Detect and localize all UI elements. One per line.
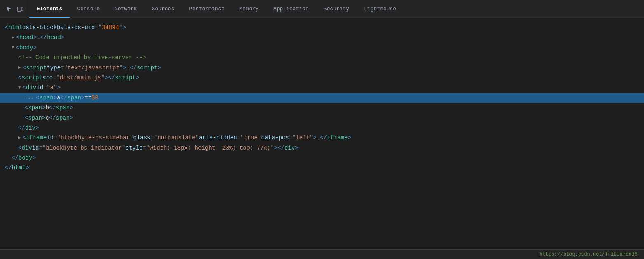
tab-performance[interactable]: Performance bbox=[182, 0, 232, 18]
tab-elements[interactable]: Elements bbox=[29, 0, 70, 18]
tab-memory[interactable]: Memory bbox=[232, 0, 266, 18]
div-a-open-line[interactable]: ▼ <div id="a" > bbox=[0, 83, 644, 92]
tab-security[interactable]: Security bbox=[316, 0, 357, 18]
tab-sources[interactable]: Sources bbox=[145, 0, 182, 18]
span-a-line[interactable]: ... <span>a</span> == $0 bbox=[0, 93, 644, 103]
svg-rect-0 bbox=[17, 7, 21, 11]
iframe-line[interactable]: ▶ <iframe id="blockbyte-bs-sidebar" clas… bbox=[0, 133, 644, 143]
span-b-line[interactable]: <span>b</span> bbox=[0, 103, 644, 113]
div-indicator-line[interactable]: <div id="blockbyte-bs-indicator" style="… bbox=[0, 143, 644, 153]
status-bar: https://blog.csdn.net/TriDiamond6 bbox=[0, 249, 644, 259]
body-close-line[interactable]: </body> bbox=[0, 153, 644, 163]
tab-lighthouse[interactable]: Lighthouse bbox=[357, 0, 404, 18]
cursor-icon[interactable] bbox=[4, 5, 13, 14]
script-src-line[interactable]: <script src="dist/main.js" ></script> bbox=[0, 73, 644, 83]
device-toggle-icon[interactable] bbox=[16, 5, 25, 14]
script-collapsed-line[interactable]: ▶ <script type="text/javascript" >…</scr… bbox=[0, 63, 644, 73]
tab-console[interactable]: Console bbox=[70, 0, 107, 18]
html-close-line[interactable]: </html> bbox=[0, 163, 644, 173]
span-c-line[interactable]: <span>c</span> bbox=[0, 113, 644, 123]
status-url: https://blog.csdn.net/TriDiamond6 bbox=[539, 252, 637, 257]
elements-panel[interactable]: <html data-blockbyte-bs-uid="34894" > ▶ … bbox=[0, 18, 644, 249]
html-open-line[interactable]: <html data-blockbyte-bs-uid="34894" > bbox=[0, 23, 644, 32]
devtools-tabs: Elements Console Network Sources Perform… bbox=[29, 0, 644, 18]
comment-line[interactable]: <!-- Code injected by live-server --> bbox=[0, 53, 644, 62]
svg-rect-1 bbox=[21, 8, 23, 11]
head-collapsed-line[interactable]: ▶ <head>…</head> bbox=[0, 32, 644, 42]
devtools-toolbar: Elements Console Network Sources Perform… bbox=[0, 0, 644, 18]
div-a-close-line[interactable]: </div> bbox=[0, 123, 644, 133]
body-open-line[interactable]: ▼ <body> bbox=[0, 43, 644, 53]
tab-application[interactable]: Application bbox=[266, 0, 316, 18]
toolbar-icons bbox=[0, 0, 29, 18]
tab-network[interactable]: Network bbox=[107, 0, 145, 18]
